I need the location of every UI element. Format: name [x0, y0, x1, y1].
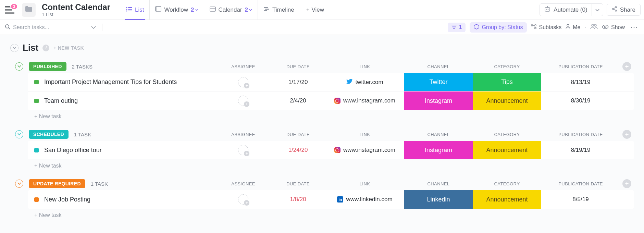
- cell-category[interactable]: Announcement: [473, 141, 541, 159]
- cell-category[interactable]: Tips: [473, 73, 541, 91]
- list-collapse[interactable]: [10, 44, 18, 52]
- task-row[interactable]: New Job Posting 1/8/20 inwww.linkedin.co…: [28, 190, 634, 209]
- cell-link[interactable]: www.instagram.com: [325, 141, 404, 159]
- status-square[interactable]: [34, 197, 39, 202]
- search-options-caret[interactable]: [91, 24, 96, 30]
- tab-calendar-count: 2: [245, 7, 252, 13]
- task-list: New Job Posting 1/8/20 inwww.linkedin.co…: [28, 190, 634, 209]
- svg-point-31: [604, 26, 606, 28]
- cell-channel[interactable]: Linkedin: [404, 190, 473, 209]
- cell-publication-date[interactable]: 8/19/19: [541, 141, 620, 159]
- add-column: +: [620, 179, 634, 188]
- status-square[interactable]: [34, 80, 39, 84]
- new-task-button[interactable]: + New task: [34, 212, 634, 218]
- cell-due-date[interactable]: 1/24/20: [271, 141, 325, 159]
- cell-link[interactable]: inwww.linkedin.com: [325, 190, 404, 209]
- task-main: New Job Posting: [28, 190, 216, 209]
- svg-point-4: [126, 10, 127, 11]
- automate-group: Automate (0): [540, 3, 603, 16]
- cell-assignee[interactable]: [216, 73, 271, 91]
- col-due-date: DUE DATE: [271, 64, 325, 69]
- status-square[interactable]: [34, 148, 39, 152]
- cell-category[interactable]: Announcement: [473, 190, 541, 209]
- cell-add: [620, 141, 634, 159]
- tab-list[interactable]: List: [121, 0, 149, 20]
- cell-assignee[interactable]: [216, 91, 271, 110]
- search-input[interactable]: [13, 24, 82, 30]
- list-title: List: [23, 42, 38, 53]
- add-column-button[interactable]: +: [622, 62, 631, 71]
- cell-publication-date[interactable]: 8/5/19: [541, 190, 620, 209]
- me-button[interactable]: Me: [566, 24, 580, 30]
- cell-due-date[interactable]: 2/4/20: [271, 91, 325, 110]
- cell-due-date[interactable]: 1/17/20: [271, 73, 325, 91]
- main-menu-button[interactable]: 3: [5, 6, 14, 14]
- svg-rect-8: [210, 7, 215, 11]
- new-task-top[interactable]: + NEW TASK: [53, 45, 84, 51]
- channel-chip: Linkedin: [404, 190, 473, 209]
- cell-channel[interactable]: Instagram: [404, 91, 473, 110]
- group-by-button[interactable]: Group by: Status: [470, 22, 527, 33]
- share-button[interactable]: Share: [607, 4, 641, 16]
- cell-channel[interactable]: Twitter: [404, 73, 473, 91]
- col-publication-date: PUBLICATION DATE: [541, 181, 620, 186]
- col-category: CATEGORY: [473, 132, 541, 137]
- group-collapse[interactable]: [15, 130, 23, 138]
- add-column-button[interactable]: +: [622, 179, 631, 188]
- automate-dropdown[interactable]: [592, 4, 603, 16]
- col-category: CATEGORY: [473, 181, 541, 186]
- new-task-button[interactable]: + New task: [34, 113, 634, 120]
- link-text: www.instagram.com: [343, 97, 395, 104]
- status-square[interactable]: [34, 99, 39, 103]
- new-task-button[interactable]: + New task: [34, 163, 634, 169]
- svg-rect-5: [128, 11, 132, 11]
- group-collapse[interactable]: [15, 180, 23, 188]
- svg-point-29: [592, 24, 594, 26]
- status-pill[interactable]: UPDATE REQUIRED: [29, 179, 85, 188]
- tab-workflow[interactable]: Workflow 2: [149, 0, 203, 20]
- cell-assignee[interactable]: [216, 141, 271, 159]
- task-row[interactable]: San Diego office tour 1/24/20 www.instag…: [28, 141, 634, 159]
- svg-line-22: [614, 9, 615, 10]
- share-icon: [612, 6, 617, 13]
- add-view-button[interactable]: + View: [300, 0, 330, 20]
- show-button[interactable]: Show: [602, 24, 625, 30]
- tab-timeline[interactable]: Timeline: [258, 0, 300, 20]
- status-pill[interactable]: SCHEDULED: [29, 130, 69, 139]
- cell-publication-date[interactable]: 8/13/19: [541, 73, 620, 91]
- info-icon[interactable]: i: [42, 45, 49, 51]
- svg-rect-10: [264, 7, 268, 8]
- group-collapse[interactable]: [15, 62, 23, 71]
- task-list: San Diego office tour 1/24/20 www.instag…: [28, 141, 634, 159]
- cell-category[interactable]: Announcement: [473, 91, 541, 110]
- filter-button[interactable]: 1: [448, 23, 466, 32]
- assignees-button[interactable]: [590, 24, 598, 31]
- top-right-controls: Automate (0) Share: [540, 3, 641, 16]
- tab-workflow-count: 2: [191, 7, 198, 13]
- category-chip: Announcement: [473, 141, 541, 159]
- top-bar: 3 Content Calendar 1 List List Workflow …: [0, 0, 644, 20]
- svg-line-21: [614, 8, 615, 9]
- subtasks-button[interactable]: Subtasks: [531, 24, 561, 30]
- status-pill[interactable]: PUBLISHED: [29, 62, 66, 71]
- group-count: 1 TASK: [91, 181, 108, 187]
- col-publication-date: PUBLICATION DATE: [541, 64, 620, 69]
- cell-assignee[interactable]: [216, 190, 271, 209]
- tab-calendar[interactable]: Calendar 2: [204, 0, 258, 20]
- svg-rect-11: [265, 9, 269, 10]
- folder-button[interactable]: [22, 3, 36, 17]
- more-button[interactable]: ⋯: [629, 23, 639, 32]
- col-category: CATEGORY: [473, 64, 541, 69]
- cell-channel[interactable]: Instagram: [404, 141, 473, 159]
- dot-sep: ·: [585, 24, 586, 30]
- category-chip: Announcement: [473, 190, 541, 209]
- cell-link[interactable]: www.instagram.com: [325, 91, 404, 110]
- cell-link[interactable]: twitter.com: [325, 73, 404, 91]
- cell-due-date[interactable]: 1/8/20: [271, 190, 325, 209]
- cell-publication-date[interactable]: 8/30/19: [541, 91, 620, 110]
- assignee-placeholder-icon: [238, 145, 248, 155]
- automate-button[interactable]: Automate (0): [540, 4, 591, 16]
- add-column-button[interactable]: +: [622, 130, 631, 139]
- task-row[interactable]: Team outing 2/4/20 www.instagram.com Ins…: [28, 91, 634, 110]
- task-row[interactable]: Important Project Management Tips for St…: [28, 73, 634, 91]
